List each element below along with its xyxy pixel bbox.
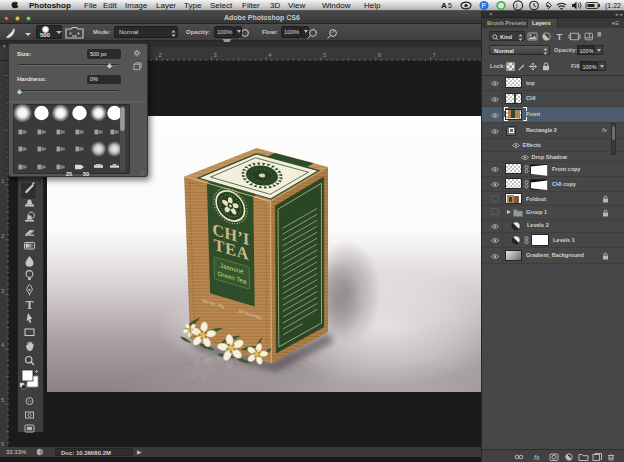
- svg-text:2: 2: [1, 233, 5, 239]
- svg-text:4: 4: [268, 52, 272, 58]
- svg-text:P: P: [482, 2, 486, 9]
- svg-text:7: 7: [433, 52, 437, 58]
- svg-text:3: 3: [1, 288, 5, 294]
- svg-text:5: 5: [1, 397, 5, 403]
- svg-text:i: i: [516, 2, 517, 9]
- svg-text:3: 3: [213, 52, 217, 58]
- svg-text:(1:22: (1:22: [605, 2, 621, 10]
- svg-text:fx: fx: [534, 454, 540, 461]
- svg-text:25: 25: [66, 171, 72, 177]
- svg-text:1: 1: [1, 178, 5, 184]
- svg-text:2: 2: [159, 52, 163, 58]
- svg-text:5: 5: [448, 2, 452, 9]
- svg-text:T: T: [557, 31, 563, 42]
- svg-text:4: 4: [1, 342, 5, 348]
- svg-text:6: 6: [378, 52, 382, 58]
- svg-text:5: 5: [323, 52, 327, 58]
- svg-text:A: A: [441, 1, 447, 10]
- svg-text:T: T: [25, 298, 33, 312]
- svg-text:50: 50: [83, 171, 89, 177]
